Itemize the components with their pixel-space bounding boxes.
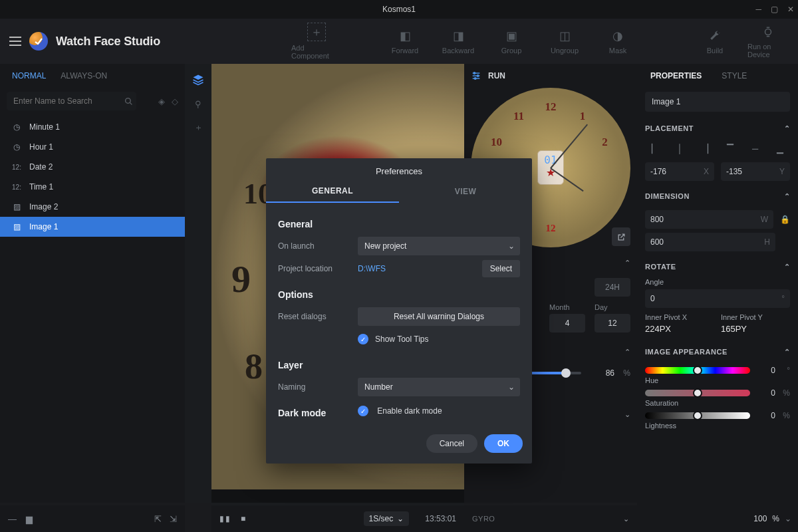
maximize-icon[interactable]: ▢ (771, 5, 778, 14)
layer-item-minute1[interactable]: ◷Minute 1 (0, 117, 185, 137)
pause-icon[interactable]: ▮▮ (219, 514, 231, 523)
zoom-value[interactable]: 100 (753, 514, 767, 523)
chevron-up-icon[interactable]: ⌃ (784, 263, 791, 271)
layers-panel: NORMAL ALWAYS-ON ◈ ◇ ◷Minute 1 ◷Hour 1 1… (0, 64, 185, 503)
height-field[interactable]: 600H (645, 233, 775, 251)
mask-button[interactable]: ◑Mask (597, 28, 638, 55)
tab-normal[interactable]: NORMAL (12, 71, 46, 80)
eye-off-icon-2[interactable]: ◇ (172, 96, 178, 106)
chevron-up-icon[interactable]: ⌃ (624, 348, 631, 356)
backward-button[interactable]: ◨Backward (438, 28, 479, 55)
on-launch-select[interactable]: New project ⌄ (358, 237, 520, 255)
angle-label: Angle (645, 278, 664, 286)
chevron-down-icon: ⌄ (508, 241, 515, 251)
chevron-down-icon[interactable]: ⌄ (785, 514, 791, 523)
layer-item-image2[interactable]: ▨Image 2 (0, 197, 185, 217)
show-tooltips-checkbox[interactable]: ✓ (358, 334, 368, 344)
layer-item-hour1[interactable]: ◷Hour 1 (0, 137, 185, 157)
width-field[interactable]: 800W (645, 210, 773, 229)
eye-off-icon[interactable]: ◈ (158, 96, 165, 106)
minimize-icon[interactable]: ─ (755, 5, 761, 14)
month-label: Month (549, 303, 585, 311)
playback-rate-select[interactable]: 1S/sec⌄ (364, 511, 410, 526)
sliders-icon[interactable] (471, 70, 481, 81)
open-external-icon[interactable] (612, 227, 630, 246)
align-top-icon[interactable]: ▔ (720, 138, 740, 158)
chevron-up-icon[interactable]: ⌃ (784, 348, 791, 356)
rotate-header: ROTATE (645, 263, 676, 271)
x-field[interactable]: -176X (645, 162, 714, 181)
month-value[interactable]: 4 (549, 314, 585, 332)
tab-general[interactable]: GENERAL (266, 180, 399, 203)
layer-item-time1[interactable]: 12:Time 1 (0, 177, 185, 197)
group-button[interactable]: ▣Group (491, 28, 532, 55)
timeline-controls: ▮▮ ■ 1S/sec⌄ 13:53:01 (211, 505, 464, 532)
chevron-down-icon[interactable]: ⌄ (624, 410, 631, 419)
ungroup-button[interactable]: ◫Ungroup (544, 28, 585, 55)
ungroup-icon: ◫ (557, 28, 573, 44)
gyro-section: GYRO (472, 515, 495, 523)
reset-dialogs-label: Reset dialogs (278, 312, 358, 321)
cancel-button[interactable]: Cancel (426, 434, 477, 453)
run-on-device-button[interactable]: Run on Device (747, 24, 789, 59)
minus-icon[interactable]: — (8, 514, 17, 524)
expand-icon[interactable]: ⇲ (170, 514, 177, 524)
select-button[interactable]: Select (482, 260, 520, 277)
minute-hand (550, 124, 588, 168)
align-bottom-icon[interactable]: ▁ (770, 138, 790, 158)
24h-toggle[interactable]: 24H (595, 278, 630, 297)
y-field[interactable]: -135Y (721, 162, 790, 181)
align-center-h-icon[interactable]: │ (670, 138, 690, 158)
align-right-icon[interactable]: ▕ (695, 138, 715, 158)
build-button[interactable]: Build (694, 24, 735, 59)
project-location-path[interactable]: D:\WFS (358, 264, 386, 273)
tab-view[interactable]: VIEW (399, 180, 532, 203)
lock-icon[interactable]: 🔒 (780, 215, 790, 224)
day-value[interactable]: 12 (595, 314, 630, 332)
dark-mode-checkbox[interactable]: ✓ (358, 406, 368, 416)
chevron-up-icon[interactable]: ⌃ (624, 259, 631, 267)
align-center-v-icon[interactable]: ─ (745, 138, 765, 158)
layer-item-date2[interactable]: 12:Date 2 (0, 157, 185, 177)
lightness-slider[interactable] (645, 412, 750, 419)
collapse-icon[interactable]: ⇱ (154, 514, 162, 524)
pin-icon[interactable]: ⚲ (190, 96, 206, 112)
image-icon: ▨ (11, 202, 23, 211)
search-icon[interactable] (124, 97, 133, 106)
component-name-field[interactable]: Image 1 (645, 92, 790, 112)
tab-always-on[interactable]: ALWAYS-ON (61, 71, 107, 80)
close-icon[interactable]: ✕ (787, 5, 794, 14)
layer-item-image1[interactable]: ▨Image 1 (0, 217, 185, 237)
chevron-up-icon[interactable]: ⌃ (784, 124, 791, 133)
project-location-label: Project location (278, 264, 358, 273)
app-logo (29, 32, 48, 51)
lightness-label: Lightness (645, 422, 790, 430)
hamburger-icon[interactable] (9, 37, 21, 46)
folder-icon[interactable]: ▆ (26, 514, 33, 524)
saturation-slider[interactable] (645, 390, 750, 396)
section-layer: Layer (278, 360, 520, 370)
add-icon[interactable]: ＋ (190, 120, 206, 136)
naming-select[interactable]: Number ⌄ (358, 378, 520, 396)
tab-style[interactable]: STYLE (722, 71, 747, 80)
align-left-icon[interactable]: ▏ (645, 138, 665, 158)
angle-field[interactable]: 0° (645, 289, 790, 308)
watch-icon (760, 24, 776, 40)
stop-icon[interactable]: ■ (241, 514, 245, 523)
stack-icon[interactable] (190, 72, 206, 88)
chevron-down-icon[interactable]: ⌄ (623, 515, 630, 523)
tab-properties[interactable]: PROPERTIES (650, 71, 702, 80)
pivot-x-field[interactable]: 224PX (645, 324, 714, 334)
reset-dialogs-button[interactable]: Reset All warning Dialogs (358, 307, 520, 326)
pivot-y-field[interactable]: 165PY (721, 324, 790, 334)
forward-button[interactable]: ◧Forward (384, 28, 426, 55)
layer-search-input[interactable] (7, 92, 136, 110)
svg-point-3 (477, 75, 479, 77)
text-icon: 12: (11, 184, 23, 191)
add-component-button[interactable]: ＋ Add Component (291, 23, 342, 60)
svg-point-1 (126, 98, 131, 103)
zoom-unit: % (772, 514, 779, 523)
ok-button[interactable]: OK (484, 434, 523, 453)
chevron-up-icon[interactable]: ⌃ (784, 192, 791, 201)
hue-slider[interactable] (645, 367, 750, 374)
